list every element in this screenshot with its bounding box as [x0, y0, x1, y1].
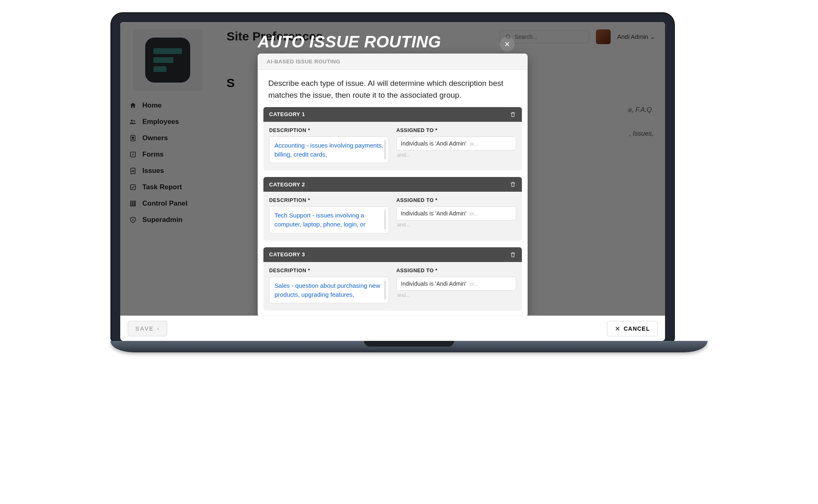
assign-and-hint: and...	[396, 222, 516, 228]
action-bar: SAVE › CANCEL	[120, 316, 665, 341]
assigned-input[interactable]: Individuals is 'Andi Admin' or...	[396, 137, 516, 150]
category-title: CATEGORY 2	[269, 181, 305, 188]
device-frame: Home Employees Owners	[110, 12, 675, 342]
close-button[interactable]	[500, 37, 515, 52]
modal-title: AUTO ISSUE ROUTING	[258, 33, 528, 51]
category-title: CATEGORY 3	[269, 251, 305, 258]
modal-subhead: AI-BASED ISSUE ROUTING	[258, 54, 528, 70]
cancel-label: CANCEL	[624, 325, 650, 332]
assign-or-hint: or...	[470, 211, 478, 217]
category-block: CATEGORY 2 DESCRIPTION *	[263, 177, 522, 241]
screen: Home Employees Owners	[120, 22, 665, 341]
assigned-value: Individuals is 'Andi Admin'	[401, 140, 466, 147]
assigned-label: ASSIGNED TO *	[396, 128, 516, 133]
description-input[interactable]: Accounting - issues involving payments, …	[269, 137, 389, 164]
modal-card: AI-BASED ISSUE ROUTING Describe each typ…	[258, 54, 528, 317]
delete-category-button[interactable]	[510, 111, 516, 118]
close-icon	[615, 326, 620, 332]
description-label: DESCRIPTION *	[269, 197, 389, 203]
assign-or-hint: or...	[470, 281, 478, 287]
assigned-label: ASSIGNED TO *	[396, 268, 516, 273]
trash-icon	[510, 251, 516, 258]
assigned-value: Individuals is 'Andi Admin'	[401, 210, 466, 217]
category-title: CATEGORY 1	[269, 111, 305, 117]
delete-category-button[interactable]	[510, 251, 516, 258]
trash-icon	[510, 111, 516, 118]
delete-category-button[interactable]	[510, 181, 516, 188]
category-block: CATEGORY 1 DESCRIPTION *	[263, 107, 522, 171]
assign-and-hint: and...	[396, 292, 516, 298]
assigned-label: ASSIGNED TO *	[396, 197, 516, 203]
save-label: SAVE	[135, 325, 154, 332]
description-input[interactable]: Sales - question about purchasing new pr…	[269, 277, 389, 304]
description-label: DESCRIPTION *	[269, 128, 389, 133]
modal: AUTO ISSUE ROUTING AI-BASED ISSUE ROUTIN…	[120, 33, 665, 317]
modal-intro: Describe each type of issue. AI will det…	[258, 70, 528, 107]
category-header: CATEGORY 2	[263, 177, 522, 192]
assigned-value: Individuals is 'Andi Admin'	[401, 280, 466, 287]
close-icon	[504, 41, 510, 47]
assign-and-hint: and...	[396, 152, 516, 158]
assigned-input[interactable]: Individuals is 'Andi Admin' or...	[396, 206, 516, 220]
category-block: CATEGORY 3 DESCRIPTION *	[263, 247, 522, 311]
category-header: CATEGORY 3	[263, 247, 522, 262]
category-header: CATEGORY 1	[263, 107, 522, 122]
chevron-right-icon: ›	[157, 326, 160, 332]
description-input[interactable]: Tech Support - issues involving a comput…	[269, 206, 389, 233]
assign-or-hint: or...	[470, 141, 478, 147]
save-button[interactable]: SAVE ›	[128, 321, 167, 336]
description-label: DESCRIPTION *	[269, 268, 389, 273]
assigned-input[interactable]: Individuals is 'Andi Admin' or...	[396, 277, 516, 291]
cancel-button[interactable]: CANCEL	[607, 321, 658, 336]
trash-icon	[510, 181, 516, 188]
device-base	[110, 341, 708, 352]
